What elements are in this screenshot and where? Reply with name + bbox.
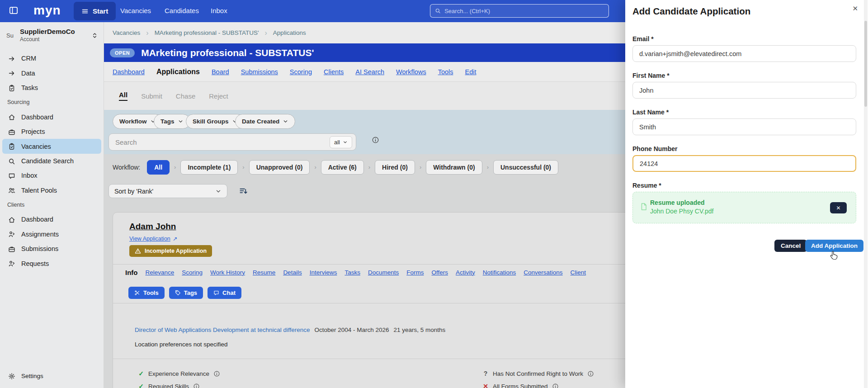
nav-link-candidates[interactable]: Candidates [165,7,199,14]
stage-withdrawn[interactable]: Withdrawn (0) [426,160,482,175]
remove-resume-button[interactable]: ✕ [830,202,847,213]
first-name-field[interactable] [632,82,856,99]
hamburger-icon [81,8,89,15]
candidate-tab-forms[interactable]: Forms [406,269,424,276]
breadcrumb-vacancies[interactable]: Vacancies [113,29,140,36]
sidebar-item-inbox[interactable]: Inbox [0,168,104,183]
sidebar-toggle-icon[interactable] [9,6,18,15]
stage-incomplete[interactable]: Incomplete (1) [180,160,238,175]
chat-button[interactable]: Chat [208,287,241,299]
check-right-to-work: ? Has Not Confirmed Right to Work [482,370,594,377]
candidate-name[interactable]: Adam John [129,222,176,232]
warning-icon [135,248,141,254]
candidate-tab-offers[interactable]: Offers [431,269,448,276]
subtab-all[interactable]: All [119,91,127,101]
candidate-tab-info[interactable]: Info [125,269,138,276]
tools-button[interactable]: Tools [128,287,165,299]
subtab-chase[interactable]: Chase [176,92,195,100]
sidebar-item-sourcing-dashboard[interactable]: Dashboard [0,110,104,124]
stage-unapproved[interactable]: Unapproved (0) [249,160,310,175]
experience-dates: October 2004 - March 2026 [314,326,389,333]
cancel-button[interactable]: Cancel [774,240,807,252]
sidebar-item-data[interactable]: Data [0,66,104,80]
candidate-tab-details[interactable]: Details [283,269,302,276]
candidate-tab-documents[interactable]: Documents [368,269,399,276]
email-field[interactable] [632,45,856,62]
stage-hired[interactable]: Hired (0) [375,160,415,175]
sidebar-item-tasks[interactable]: Tasks [0,80,104,95]
sort-direction-icon[interactable] [239,187,248,195]
sidebar-item-clients-dashboard[interactable]: Dashboard [0,212,104,227]
last-name-field[interactable] [632,118,856,135]
info-icon[interactable] [587,370,594,377]
info-icon[interactable] [213,370,220,377]
account-switcher[interactable]: Su SupplierDemoCo Account [0,27,104,46]
briefcase-icon [8,128,16,136]
filter-date-created[interactable]: Date Created [235,114,295,129]
tab-clients[interactable]: Clients [324,68,344,76]
tab-tools[interactable]: Tools [438,68,453,76]
chevron-right-icon: › [487,164,489,170]
tab-submissions[interactable]: Submissions [241,68,278,76]
candidate-tab-activity[interactable]: Activity [456,269,475,276]
candidate-tabs: Info Relevance Scoring Work History Resu… [125,267,586,278]
candidate-tab-conversations[interactable]: Conversations [524,269,562,276]
stage-unsuccessful[interactable]: Unsuccessful (0) [493,160,558,175]
applications-search-input[interactable] [115,138,330,146]
filter-tags[interactable]: Tags [154,114,190,129]
sidebar-item-requests[interactable]: Requests [0,256,104,270]
sidebar-item-candidate-search[interactable]: Candidate Search [0,154,104,168]
stage-all[interactable]: All [147,160,170,175]
sidebar-item-vacancies[interactable]: Vacancies [2,139,101,153]
sort-select[interactable]: Sort by 'Rank' [108,184,227,198]
search-scope-select[interactable]: all [330,136,352,148]
global-search[interactable] [430,4,609,18]
sidebar-item-settings[interactable]: Settings [0,369,104,383]
candidate-tab-client[interactable]: Client [571,269,586,276]
candidate-tab-work-history[interactable]: Work History [210,269,245,276]
close-icon[interactable]: ✕ [852,5,858,13]
applications-search[interactable]: all [108,133,356,151]
info-icon[interactable] [552,383,559,388]
briefcase-icon [8,245,16,253]
info-icon[interactable] [193,383,200,388]
start-button[interactable]: Start [74,2,116,20]
sidebar-item-projects[interactable]: Projects [0,124,104,139]
candidate-tab-resume[interactable]: Resume [253,269,275,276]
tab-edit[interactable]: Edit [465,68,476,76]
nav-link-inbox[interactable]: Inbox [211,7,227,14]
panel-scrollbar[interactable] [864,0,868,388]
stage-active[interactable]: Active (6) [321,160,364,175]
tab-workflows[interactable]: Workflows [396,68,426,76]
info-icon[interactable] [372,136,379,144]
tab-scoring[interactable]: Scoring [290,68,312,76]
home-icon [8,113,16,121]
candidate-tab-scoring[interactable]: Scoring [182,269,203,276]
candidate-tab-notifications[interactable]: Notifications [483,269,516,276]
candidate-tab-interviews[interactable]: Interviews [310,269,337,276]
candidate-tab-tasks[interactable]: Tasks [344,269,360,276]
tab-dashboard[interactable]: Dashboard [113,68,145,76]
sidebar-item-assignments[interactable]: Assignments [0,227,104,241]
nav-link-vacancies[interactable]: Vacancies [120,7,151,14]
tab-applications[interactable]: Applications [156,68,200,76]
sidebar-item-submissions[interactable]: Submissions [0,241,104,256]
breadcrumb-vacancy-title[interactable]: MArketing professional - SUBSTATUS' [155,29,259,36]
subtab-reject[interactable]: Reject [209,92,228,100]
view-application-link[interactable]: View Application↗ [129,235,177,242]
chevron-updown-icon[interactable] [91,31,98,39]
tab-ai-search[interactable]: AI Search [355,68,384,76]
chevron-down-icon [283,118,288,124]
sidebar-item-crm[interactable]: CRM [0,51,104,66]
experience-duration: 21 years, 5 months [394,326,446,333]
tags-button[interactable]: Tags [169,287,203,299]
global-search-input[interactable] [444,8,604,14]
subtab-submit[interactable]: Submit [141,92,162,100]
breadcrumb-applications[interactable]: Applications [273,29,306,36]
sidebar-item-talent-pools[interactable]: Talent Pools [0,183,104,198]
phone-number-field[interactable] [632,155,856,172]
experience-title-link[interactable]: Director of Web Applications Development… [135,326,310,333]
candidate-tab-relevance[interactable]: Relevance [146,269,175,276]
tag-icon [175,290,181,296]
tab-board[interactable]: Board [212,68,229,76]
